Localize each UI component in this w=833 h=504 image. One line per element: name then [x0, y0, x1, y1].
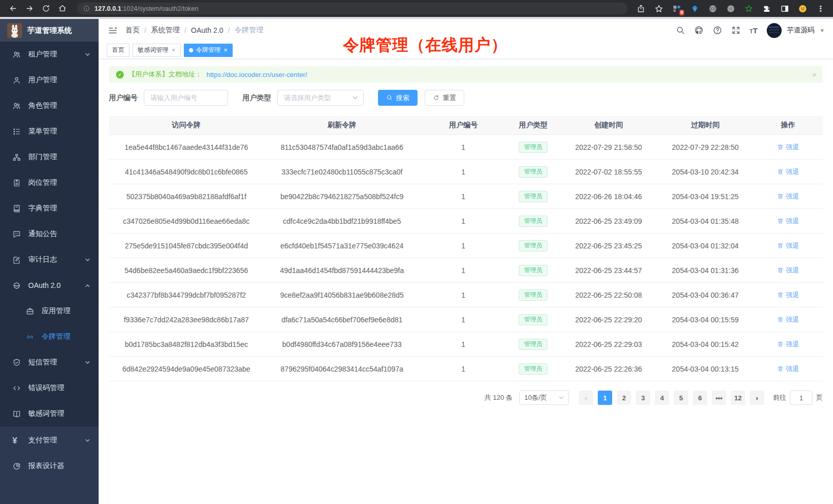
- tab-close-icon[interactable]: ×: [172, 47, 176, 53]
- sidebar-item-label: 支付管理: [28, 436, 57, 445]
- audit-log-icon: [12, 256, 21, 264]
- user-type-cell: 管理员: [506, 135, 560, 159]
- page-button-1[interactable]: 1: [598, 391, 612, 405]
- green-star-icon[interactable]: [744, 4, 754, 14]
- github-icon[interactable]: [694, 26, 704, 35]
- force-logout-button[interactable]: 强退: [777, 315, 799, 324]
- force-logout-button[interactable]: 强退: [777, 340, 799, 349]
- extensions-cluster-icon[interactable]: 9: [672, 4, 682, 14]
- gem-icon[interactable]: [690, 4, 700, 14]
- page-button-2[interactable]: 2: [617, 391, 631, 405]
- back-icon[interactable]: [6, 2, 20, 15]
- pay-yen-icon: ¥: [12, 436, 21, 445]
- share-icon[interactable]: [636, 4, 646, 14]
- refresh-token-cell: cdfc4ce9c2da4bb1bdf21b9918ff4be5: [264, 209, 420, 233]
- username[interactable]: 芋道源码: [787, 26, 815, 35]
- user-type-cell: 管理员: [506, 209, 560, 233]
- browser-menu-dots-icon[interactable]: ⋮: [816, 4, 826, 14]
- breadcrumb-item[interactable]: 首页: [125, 26, 140, 35]
- sidebar-item-dict[interactable]: 字典管理: [0, 196, 99, 221]
- home-icon[interactable]: [55, 2, 69, 15]
- sidebar-item-audit[interactable]: 审计日志: [0, 247, 99, 273]
- page-size-select[interactable]: 10条/页: [519, 391, 569, 405]
- trash-icon: [777, 267, 784, 274]
- page-ellipsis[interactable]: •••: [712, 391, 726, 405]
- breadcrumb-item[interactable]: 系统管理: [151, 26, 180, 35]
- user-id-cell: 1: [420, 332, 506, 356]
- created-time-cell: 2022-06-25 23:44:57: [560, 258, 657, 282]
- alert-close-icon[interactable]: ×: [812, 70, 817, 79]
- command-circle-icon[interactable]: [708, 4, 718, 14]
- page-button-12[interactable]: 12: [731, 391, 745, 405]
- sidebar-item-notice[interactable]: 通知公告: [0, 221, 99, 247]
- tab-active-2[interactable]: 令牌管理×: [184, 44, 233, 57]
- refresh-token-cell: dfa6c71a50a54c66bef706ef9e6e8d81: [264, 307, 420, 332]
- prev-page-button[interactable]: ‹: [579, 391, 593, 405]
- force-logout-button[interactable]: 强退: [777, 192, 799, 201]
- force-logout-button[interactable]: 强退: [777, 143, 799, 152]
- sidebar-item-role[interactable]: 角色管理: [0, 93, 99, 119]
- reload-icon[interactable]: [39, 2, 52, 15]
- access-token-cell: 54d6be82ee5a460a9aedc1f9bf223656: [109, 258, 264, 282]
- puzzle-icon[interactable]: [762, 4, 772, 14]
- sidebar-item-menu[interactable]: 菜单管理: [0, 119, 99, 144]
- side-panel-icon[interactable]: [780, 4, 790, 14]
- app-logo[interactable]: 芋道管理系统: [0, 19, 99, 42]
- user-avatar[interactable]: [767, 23, 782, 38]
- sidebar-item-user[interactable]: 用户管理: [0, 67, 99, 93]
- forward-icon[interactable]: [23, 2, 36, 15]
- search-button[interactable]: 搜索: [378, 90, 418, 106]
- sidebar-item-sms[interactable]: 短信管理: [0, 350, 99, 375]
- hamburger-icon[interactable]: [107, 25, 118, 36]
- sidebar-item-oauth[interactable]: OAuth 2.0: [0, 273, 99, 298]
- page-button-4[interactable]: 4: [655, 391, 669, 405]
- force-logout-button[interactable]: 强退: [777, 266, 799, 275]
- tab-close-icon[interactable]: ×: [224, 47, 228, 53]
- breadcrumb-item[interactable]: OAuth 2.0: [191, 26, 223, 34]
- page-button-3[interactable]: 3: [636, 391, 650, 405]
- address-bar[interactable]: 127.0.0.1:1024/system/oauth2/token: [77, 3, 628, 14]
- tab-1[interactable]: 敏感词管理×: [132, 44, 181, 57]
- sidebar-item-pay[interactable]: ¥支付管理: [0, 428, 99, 453]
- caret-down-icon[interactable]: ▼: [820, 28, 825, 33]
- bookmark-star-icon[interactable]: [654, 4, 664, 14]
- font-size-icon[interactable]: TT: [750, 27, 758, 34]
- sidebar-item-tenant[interactable]: 租户管理: [0, 42, 99, 67]
- emoji-avatar-icon[interactable]: [798, 4, 808, 14]
- column-header: 用户类型: [506, 116, 560, 134]
- sidebar-item-sensitive[interactable]: 敏感词管理: [0, 401, 99, 427]
- user-id-input[interactable]: [144, 90, 228, 106]
- user-type-cell: 管理员: [506, 283, 560, 307]
- page-button-5[interactable]: 5: [674, 391, 688, 405]
- page-button-6[interactable]: 6: [693, 391, 707, 405]
- sidebar-item-oauth-token[interactable]: 令牌管理: [0, 324, 99, 350]
- search-icon[interactable]: [676, 26, 685, 35]
- trash-icon: [777, 193, 784, 200]
- actions-cell: 强退: [753, 209, 823, 233]
- user-type-select[interactable]: 请选择用户类型: [277, 90, 364, 106]
- sidebar-item-dept[interactable]: 部门管理: [0, 144, 99, 170]
- table-row: 275e5de9151045fe87cbdc395e004f4de6cfd40e…: [109, 234, 823, 258]
- trash-icon: [777, 218, 784, 224]
- refresh-token-cell: 8796295f04064c2983414cc54af1097a: [264, 357, 420, 381]
- force-logout-button[interactable]: 强退: [777, 290, 799, 300]
- force-logout-button[interactable]: 强退: [777, 167, 799, 177]
- record-circle-icon[interactable]: [726, 4, 736, 14]
- actions-cell: 强退: [753, 234, 823, 258]
- fullscreen-icon[interactable]: [731, 26, 741, 35]
- goto-page-input[interactable]: [790, 391, 812, 405]
- sidebar-item-post[interactable]: 岗位管理: [0, 170, 99, 196]
- tab-0[interactable]: 首页: [107, 44, 129, 57]
- user-type-cell: 管理员: [506, 160, 560, 184]
- sidebar-item-oauth-app[interactable]: 应用管理: [0, 298, 99, 324]
- help-icon[interactable]: [713, 26, 722, 35]
- force-logout-button[interactable]: 强退: [777, 364, 799, 374]
- reset-button[interactable]: 重置: [425, 90, 464, 106]
- sidebar-item-report[interactable]: 报表设计器: [0, 453, 99, 479]
- active-tab-dot: [189, 48, 193, 52]
- doc-link[interactable]: https://doc.iocoder.cn/user-center/: [206, 71, 307, 79]
- sidebar-item-errcode[interactable]: 错误码管理: [0, 375, 99, 401]
- force-logout-button[interactable]: 强退: [777, 241, 799, 250]
- force-logout-button[interactable]: 强退: [777, 217, 799, 226]
- next-page-button[interactable]: ›: [750, 391, 764, 405]
